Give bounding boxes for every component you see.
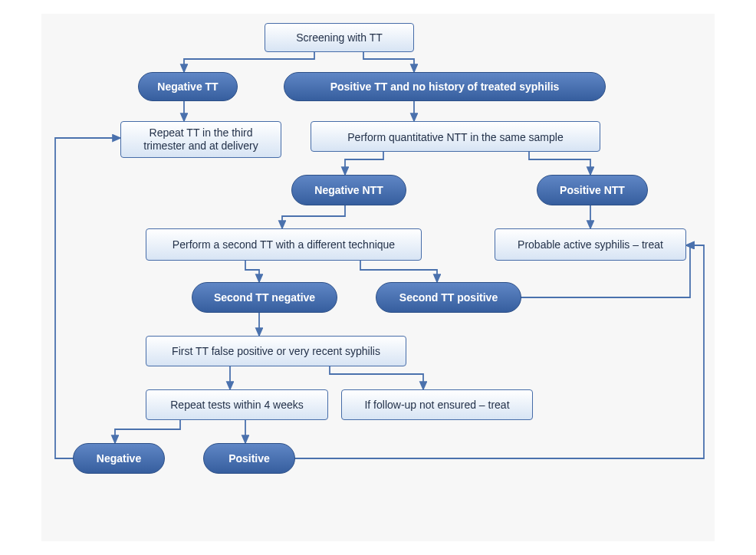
node-first-tt-false-positive: First TT false positive or very recent s… — [146, 336, 406, 366]
node-no-followup-treat: If follow-up not ensured – treat — [341, 389, 533, 420]
node-second-tt: Perform a second TT with a different tec… — [146, 228, 422, 261]
label: Perform quantitative NTT in the same sam… — [347, 130, 563, 143]
node-negative-tt: Negative TT — [138, 72, 238, 101]
label: Repeat TT in the third trimester and at … — [129, 126, 273, 153]
label: Positive TT and no history of treated sy… — [330, 80, 560, 94]
label: Repeat tests within 4 weeks — [170, 399, 304, 412]
node-probable-active: Probable active syphilis – treat — [495, 228, 686, 261]
node-second-tt-negative: Second TT negative — [192, 282, 337, 313]
node-perform-ntt: Perform quantitative NTT in the same sam… — [311, 121, 600, 152]
node-positive-tt: Positive TT and no history of treated sy… — [284, 72, 606, 101]
label: Second TT positive — [399, 291, 498, 304]
label: Negative — [97, 452, 141, 465]
diagram-canvas: Screening with TT Negative TT Positive T… — [0, 0, 756, 555]
label: Positive NTT — [560, 184, 625, 197]
node-negative-ntt: Negative NTT — [291, 175, 406, 205]
label: Negative NTT — [314, 184, 383, 197]
node-final-positive: Positive — [203, 443, 295, 474]
label: Screening with TT — [296, 31, 383, 44]
label: Positive — [228, 452, 270, 465]
label: Negative TT — [157, 80, 218, 94]
node-positive-ntt: Positive NTT — [537, 175, 648, 205]
label: Perform a second TT with a different tec… — [173, 238, 395, 251]
node-repeat-4-weeks: Repeat tests within 4 weeks — [146, 389, 328, 420]
label: First TT false positive or very recent s… — [172, 345, 380, 358]
label: Second TT negative — [214, 291, 315, 304]
label: If follow-up not ensured – treat — [364, 399, 509, 412]
label: Probable active syphilis – treat — [518, 238, 663, 251]
node-repeat-tt: Repeat TT in the third trimester and at … — [120, 121, 281, 158]
node-second-tt-positive: Second TT positive — [376, 282, 521, 313]
node-start: Screening with TT — [265, 23, 414, 52]
node-final-negative: Negative — [73, 443, 165, 474]
